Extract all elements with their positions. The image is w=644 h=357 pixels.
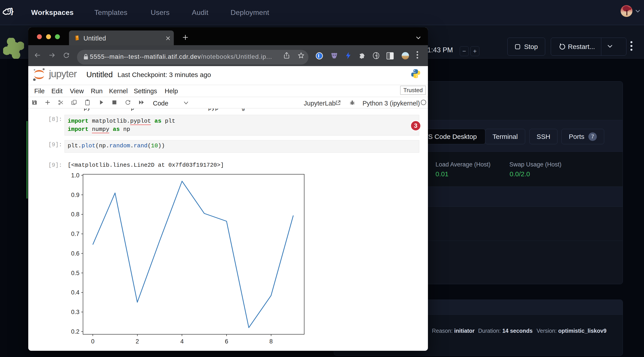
svg-text:0.4: 0.4: [71, 289, 80, 296]
svg-text:4: 4: [180, 338, 184, 345]
svg-text:1.0: 1.0: [71, 172, 80, 179]
svg-text:0.3: 0.3: [71, 309, 80, 316]
svg-text:}: }: [10, 7, 14, 15]
svg-text:0.9: 0.9: [71, 192, 80, 198]
svg-text:0.7: 0.7: [71, 230, 80, 237]
svg-text:0.2: 0.2: [71, 328, 80, 335]
svg-text:0.8: 0.8: [71, 211, 80, 218]
svg-text:0.6: 0.6: [71, 250, 80, 257]
svg-text:2: 2: [136, 338, 139, 345]
svg-text:8: 8: [269, 338, 272, 345]
svg-text:0: 0: [91, 338, 94, 345]
svg-text:0.5: 0.5: [71, 270, 80, 276]
svg-text:6: 6: [225, 338, 228, 345]
